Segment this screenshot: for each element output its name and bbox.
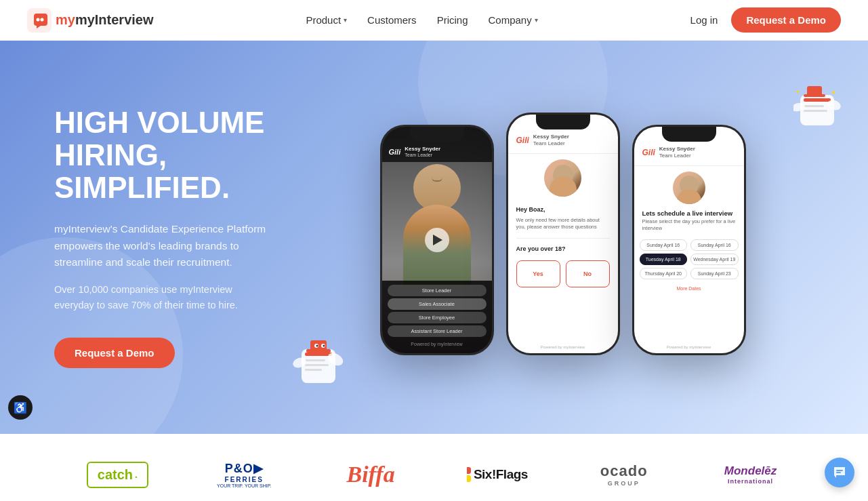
svg-point-14 [316,345,318,347]
svg-rect-6 [305,364,329,366]
date-row-2: Tuesday April 18 Wednesday April 19 [640,254,739,265]
menu-item-4[interactable]: Assistant Store Leader [388,325,487,337]
footer-powered: Powered by myInterview [411,342,462,346]
nav-pricing[interactable]: Pricing [437,14,468,26]
hero-phones: Gili Kessy Snyder Team Leader Store Lead… [312,113,814,362]
date-chip-5[interactable]: Thursday April 20 [640,268,688,279]
answer-yes-button[interactable]: Yes [516,260,560,287]
hero-stats: Over 10,000 companies use myInterview ev… [54,282,264,313]
hero-description: myInterview's Candidate Experience Platf… [54,221,271,271]
date-chip-3[interactable]: Tuesday April 18 [640,254,688,265]
logo-link[interactable]: mymyInterview [27,8,154,33]
request-demo-button-nav[interactable]: Request a Demo [731,7,841,33]
logo-catch: catch . [54,462,181,488]
sixflags-logo: Six!Flags [467,467,528,482]
svg-point-15 [323,345,325,347]
flags-icon [467,467,471,482]
phone2-subtext: We only need few more details about you,… [508,217,618,235]
chat-icon [831,464,848,481]
menu-item-1[interactable]: Store Leader [388,285,487,296]
svg-text:✦: ✦ [831,89,836,96]
gili-logo-phone3: Gili [642,148,655,157]
date-chip-2[interactable]: Sunday April 16 [690,239,739,251]
menu-item-2[interactable]: Sales Associate [388,298,487,310]
mondelez-text: Mondelēz [724,464,777,477]
phone2-screen: Gili Kessy Snyder Team Leader Hey Boaz, … [508,115,618,353]
more-dates-link[interactable]: More Dates [634,285,744,292]
phone1-footer: Powered by myInterview [388,339,487,349]
phone-schedule: Gili Kessy Snyder Team Leader Lets sched… [632,125,746,355]
svg-point-2 [41,18,44,21]
avatar-body-3 [677,189,701,204]
phone-notch-3 [662,127,716,142]
person-smile [432,178,442,182]
phone3-avatar [673,172,705,204]
svg-rect-11 [306,349,331,353]
phone3-footer-text: Powered by myInterview [667,345,711,349]
navbar: mymyInterview Product ▾ Customers Pricin… [0,0,868,41]
date-chip-4[interactable]: Wednesday April 19 [690,254,739,265]
nav-product[interactable]: Product ▾ [306,14,347,26]
logo-biffa: Biffa [308,462,434,487]
svg-point-1 [37,18,40,21]
hero-left-content: HIGH VOLUME HIRING, SIMPLIFIED. myInterv… [54,106,312,369]
ocado-group: GROUP [600,480,648,487]
accessibility-button[interactable]: ♿ [8,395,33,420]
nav-links: Product ▾ Customers Pricing Company ▾ [306,14,537,26]
ocado-text: ocado [600,462,648,479]
phone2-footer: Powered by myInterview [508,345,618,349]
phone1-header-info: Kessy Snyder Team Leader [405,146,440,158]
gili-logo-phone2: Gili [516,136,529,145]
svg-text:✦: ✦ [795,89,800,95]
date-chip-1[interactable]: Sunday April 16 [640,239,688,251]
phone3-header-info: Kessy Snyder Team Leader [659,146,695,160]
mondelez-sub: International [724,478,777,485]
phone1-menu: Store Leader Sales Associate Store Emplo… [382,281,492,353]
answer-no-button[interactable]: No [566,260,610,287]
svg-rect-27 [836,472,841,473]
svg-rect-23 [804,94,825,97]
chevron-down-icon: ▾ [344,16,347,24]
pando-logo: P&O▶ FERRIES YOUR TRIP. YOUR SHIP. [217,461,271,488]
logos-section: catch . P&O▶ FERRIES YOUR TRIP. YOUR SHI… [0,434,868,501]
nav-company[interactable]: Company ▾ [488,14,537,26]
sixflags-text: Six!Flags [474,467,528,482]
catch-logo-text: catch [98,467,133,483]
ferries-text: FERRIES [217,476,271,483]
mascot-left [291,332,352,393]
chat-button[interactable] [825,458,854,487]
gili-logo-phone1: Gili [389,148,401,156]
ocado-logo: ocado GROUP [600,462,648,487]
logo-text: mymyInterview [56,12,154,28]
svg-rect-17 [804,98,831,102]
phone-video: Gili Kessy Snyder Team Leader Store Lead… [380,125,494,355]
date-chip-6[interactable]: Sunday April 23 [690,268,739,279]
chevron-down-icon-company: ▾ [535,16,538,24]
request-demo-button-hero[interactable]: Request a Demo [54,338,175,368]
svg-rect-5 [305,359,325,361]
mascot-right: ✦ ✦ [793,81,848,136]
nav-right: Log in Request a Demo [690,7,841,33]
catch-dot: . [135,469,138,480]
phone2-footer-text: Powered by myInterview [541,345,585,349]
play-icon [433,235,442,245]
phone2-divider [516,238,610,239]
svg-rect-7 [305,369,322,371]
date-row-1: Sunday April 16 Sunday April 16 [640,239,739,251]
phone2-greeting: Hey Boaz, [508,202,618,217]
menu-item-3[interactable]: Store Employee [388,312,487,323]
ferries-tagline: YOUR TRIP. YOUR SHIP. [217,483,271,488]
mondelez-logo: Mondelēz International [724,464,777,485]
phone3-footer: Powered by myInterview [634,345,744,349]
phone3-screen: Gili Kessy Snyder Team Leader Lets sched… [634,127,744,353]
phone2-header-info: Kessy Snyder Team Leader [533,134,569,148]
hero-section: ✦ ✦ HIGH VOLUME HIRING, SIMPLIFIED. myIn… [0,41,868,434]
logo-icon [27,8,51,33]
play-button[interactable] [425,228,449,252]
nav-customers[interactable]: Customers [367,14,417,26]
svg-rect-4 [305,353,332,356]
svg-rect-26 [836,470,843,471]
phone-questions: Gili Kessy Snyder Team Leader Hey Boaz, … [506,113,620,355]
svg-rect-19 [804,110,827,112]
login-link[interactable]: Log in [690,14,718,26]
